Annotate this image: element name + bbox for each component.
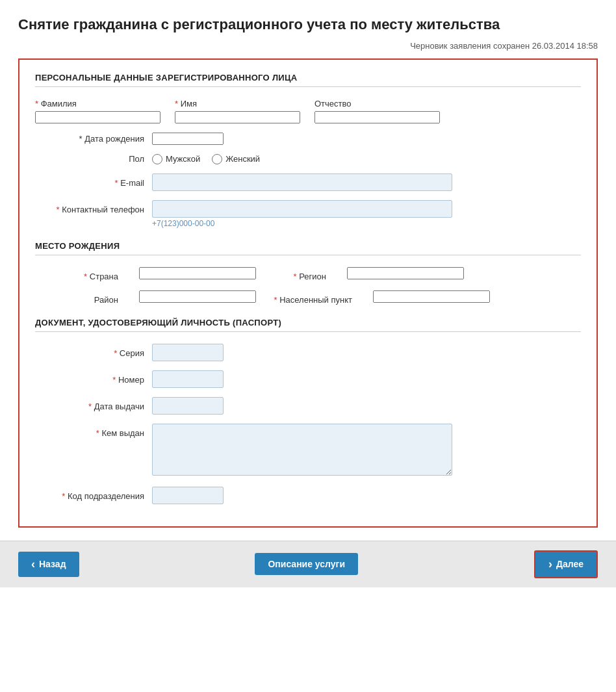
country-label: * Страна [35, 267, 126, 281]
series-label: * Серия [35, 344, 152, 358]
series-field-wrap [152, 344, 224, 361]
phone-label: * Контактный телефон [35, 200, 152, 214]
locality-input[interactable] [373, 290, 490, 303]
phone-hint: +7(123)000-00-00 [152, 219, 452, 228]
phone-input[interactable] [152, 200, 452, 218]
page-title: Снятие гражданина с регистрационного уче… [18, 16, 564, 34]
patronymic-label: Отчество [314, 99, 440, 109]
email-field-wrap [152, 173, 452, 191]
name-row: * Фамилия * Имя Отчество [35, 99, 581, 123]
section-personal-title: ПЕРСОНАЛЬНЫЕ ДАННЫЕ ЗАРЕГИСТРИРОВАННОГО … [35, 73, 581, 87]
surname-input[interactable] [35, 111, 160, 123]
gender-label: Пол [35, 154, 152, 164]
district-field-wrap [139, 290, 256, 303]
email-label: * E-mail [35, 173, 152, 188]
birthdate-input[interactable] [152, 133, 224, 145]
subdivision-row: * Код подразделения [35, 487, 581, 504]
issue-date-row: * Дата выдачи [35, 397, 581, 415]
patronymic-input[interactable] [314, 111, 440, 123]
locality-field-wrap [373, 290, 490, 303]
number-input[interactable] [152, 370, 224, 388]
birthdate-row: * Дата рождения [35, 133, 581, 145]
issued-by-textarea[interactable] [152, 424, 452, 476]
country-field-wrap [139, 267, 256, 279]
issued-by-row: * Кем выдан [35, 424, 581, 478]
gender-male-label: Мужской [166, 154, 200, 164]
next-button[interactable]: Далее [534, 550, 598, 578]
description-button[interactable]: Описание услуги [255, 553, 358, 575]
firstname-label: * Имя [175, 99, 300, 109]
back-label: Назад [39, 559, 66, 569]
number-row: * Номер [35, 370, 581, 388]
gender-female-radio[interactable] [212, 154, 222, 164]
draft-notice: Черновик заявления сохранен 26.03.2014 1… [18, 41, 598, 51]
country-input[interactable] [139, 267, 256, 279]
section-document-title: ДОКУМЕНТ, УДОСТОВЕРЯЮЩИЙ ЛИЧНОСТЬ (ПАСПО… [35, 318, 581, 332]
gender-male-radio[interactable] [152, 154, 162, 164]
gender-male-option[interactable]: Мужской [152, 154, 200, 164]
region-label: * Регион [269, 267, 334, 281]
region-input[interactable] [347, 267, 464, 279]
surname-label: * Фамилия [35, 99, 160, 109]
birthdate-label: * Дата рождения [35, 134, 152, 144]
bottom-nav: Назад Описание услуги Далее [0, 541, 616, 587]
phone-row: * Контактный телефон +7(123)000-00-00 [35, 200, 581, 228]
district-locality-row: Район * Населенный пункт [35, 290, 581, 305]
locality-label: * Населенный пункт [269, 290, 360, 305]
region-field-wrap [347, 267, 464, 279]
section-birthplace-title: МЕСТО РОЖДЕНИЯ [35, 241, 581, 255]
gender-female-option[interactable]: Женский [212, 154, 260, 164]
series-row: * Серия [35, 344, 581, 361]
phone-field-wrap: +7(123)000-00-00 [152, 200, 452, 228]
email-input[interactable] [152, 173, 452, 191]
issue-date-field-wrap [152, 397, 224, 415]
issued-by-label: * Кем выдан [35, 424, 152, 438]
next-label: Далее [556, 559, 584, 569]
issue-date-input[interactable] [152, 397, 224, 415]
issue-date-label: * Дата выдачи [35, 397, 152, 411]
subdivision-field-wrap [152, 487, 224, 504]
number-field-wrap [152, 370, 224, 388]
district-label: Район [35, 290, 126, 305]
subdivision-label: * Код подразделения [35, 487, 152, 501]
district-input[interactable] [139, 290, 256, 303]
main-form: ПЕРСОНАЛЬНЫЕ ДАННЫЕ ЗАРЕГИСТРИРОВАННОГО … [18, 58, 598, 528]
issued-by-field-wrap [152, 424, 452, 478]
back-button[interactable]: Назад [18, 552, 79, 577]
series-input[interactable] [152, 344, 224, 361]
gender-row: Пол Мужской Женский [35, 154, 581, 164]
description-label: Описание услуги [268, 559, 345, 569]
email-row: * E-mail [35, 173, 581, 191]
number-label: * Номер [35, 370, 152, 385]
country-region-row: * Страна * Регион [35, 267, 581, 281]
gender-options: Мужской Женский [152, 154, 260, 164]
subdivision-input[interactable] [152, 487, 224, 504]
chevron-left-icon [31, 557, 35, 571]
firstname-input[interactable] [175, 111, 300, 123]
gender-female-label: Женский [225, 154, 260, 164]
chevron-right-icon [548, 557, 552, 571]
